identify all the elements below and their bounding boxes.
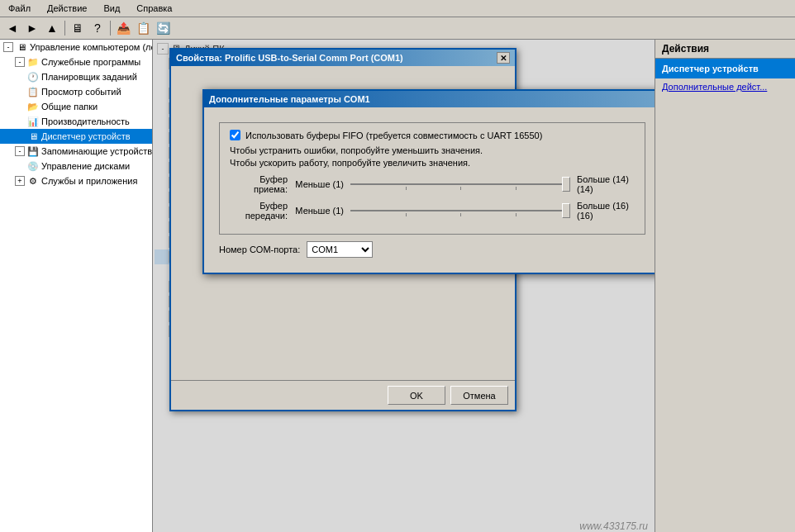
fifo-groupbox: Использовать буферы FIFO (требуется совм… bbox=[219, 122, 645, 235]
sidebar-item-utilities[interactable]: - 📁 Служебные программы bbox=[0, 55, 152, 69]
sidebar-root-label: Управление компьютером (лока bbox=[30, 42, 152, 52]
sidebar-performance-icon: 📊 bbox=[26, 115, 40, 128]
receive-slider-track[interactable] bbox=[350, 176, 570, 192]
hint2-text: Чтобы ускорить работу, попробуйте увелич… bbox=[230, 158, 635, 168]
main-layout: - 🖥 Управление компьютером (лока - 📁 Слу… bbox=[0, 40, 795, 532]
hint1-text: Чтобы устранить ошибки, попробуйте умень… bbox=[230, 145, 635, 155]
toolbar-properties[interactable]: 📋 bbox=[134, 19, 152, 37]
sidebar-folders-label: Общие папки bbox=[41, 102, 98, 112]
receive-right-label: Больше (14)(14) bbox=[577, 174, 635, 194]
menu-action[interactable]: Действие bbox=[42, 2, 92, 15]
com-port-label: Номер COM-порта: bbox=[219, 245, 300, 254]
sidebar-item-performance[interactable]: 📊 Производительность bbox=[0, 114, 152, 129]
receive-slider-thumb[interactable] bbox=[562, 177, 570, 192]
transmit-right-label: Больше (16)(16) bbox=[577, 201, 635, 221]
sidebar-services-expand[interactable]: + bbox=[15, 176, 25, 186]
sidebar-utilities-icon: 📁 bbox=[26, 55, 40, 69]
transmit-slider-thumb[interactable] bbox=[562, 203, 570, 218]
toolbar-back[interactable]: ◄ bbox=[3, 19, 21, 37]
toolbar-sep1 bbox=[64, 21, 65, 36]
sidebar-storage-label: Запоминающие устройства bbox=[41, 146, 152, 156]
sidebar-item-devmgr[interactable]: 🖥 Диспетчер устройств bbox=[0, 129, 152, 144]
sidebar-services-label: Службы и приложения bbox=[41, 176, 137, 186]
sidebar-scheduler-icon: 🕐 bbox=[26, 70, 40, 83]
sidebar-root-expand[interactable]: - bbox=[3, 42, 13, 52]
receive-tick-1 bbox=[406, 187, 407, 190]
sidebar-performance-label: Производительность bbox=[41, 116, 130, 126]
dialog-properties-title: Свойства: Prolific USB-to-Serial Comm Po… bbox=[176, 53, 403, 63]
transmit-tick-1 bbox=[406, 213, 407, 216]
fifo-checkbox[interactable] bbox=[230, 130, 240, 140]
transmit-slider-row: Буфер передачи: Меньше (1) Больше (16)(1… bbox=[230, 201, 635, 221]
sidebar-item-scheduler[interactable]: 🕐 Планировщик заданий bbox=[0, 69, 152, 84]
dialog-advanced-titlebar: Дополнительные параметры COM1 ✕ bbox=[204, 91, 655, 107]
com-port-select[interactable]: COM1 bbox=[307, 241, 373, 258]
sidebar-utilities-label: Служебные программы bbox=[41, 57, 140, 67]
actions-header: Действия bbox=[655, 40, 795, 59]
sidebar-services-icon: ⚙ bbox=[26, 174, 40, 188]
transmit-tick-3 bbox=[516, 213, 517, 216]
menu-file[interactable]: Файл bbox=[3, 2, 36, 15]
dialog-properties-titlebar: Свойства: Prolific USB-to-Serial Comm Po… bbox=[171, 50, 515, 66]
receive-slider-line bbox=[350, 183, 570, 185]
dialog-advanced: Дополнительные параметры COM1 ✕ OK Отмен… bbox=[202, 89, 655, 274]
dialog-properties-close[interactable]: ✕ bbox=[497, 52, 510, 64]
receive-label: Буфер приема: bbox=[230, 174, 288, 194]
sidebar-item-storage[interactable]: - 💾 Запоминающие устройства bbox=[0, 144, 152, 159]
sidebar-devmgr-icon: 🖥 bbox=[26, 130, 40, 143]
sidebar-eventviewer-label: Просмотр событий bbox=[41, 87, 121, 97]
transmit-slider-line bbox=[350, 210, 570, 211]
toolbar-export[interactable]: 📤 bbox=[114, 19, 132, 37]
sidebar-storage-icon: 💾 bbox=[26, 145, 40, 158]
receive-left-label: Меньше (1) bbox=[294, 179, 344, 189]
sidebar-scheduler-label: Планировщик заданий bbox=[41, 72, 137, 82]
menubar: Файл Действие Вид Справка bbox=[0, 0, 795, 17]
sidebar-diskmgmt-label: Управление дисками bbox=[41, 161, 130, 171]
sidebar-item-diskmgmt[interactable]: 💿 Управление дисками bbox=[0, 159, 152, 173]
toolbar-up[interactable]: ▲ bbox=[43, 19, 61, 37]
com-port-row: Номер COM-порта: COM1 bbox=[219, 241, 655, 258]
transmit-label: Буфер передачи: bbox=[230, 201, 288, 221]
toolbar-sep2 bbox=[110, 21, 111, 36]
dialog-properties-cancel[interactable]: Отмена bbox=[450, 386, 508, 405]
dialog-properties-footer: OK Отмена bbox=[171, 380, 515, 410]
sidebar-utilities-expand[interactable]: - bbox=[15, 57, 25, 67]
sidebar-item-folders[interactable]: 📂 Общие папки bbox=[0, 99, 152, 114]
action-more[interactable]: Дополнительные дейст... bbox=[655, 78, 795, 95]
fifo-checkbox-label: Использовать буферы FIFO (требуется совм… bbox=[245, 131, 542, 140]
dialog-advanced-body: OK Отмена Умолчания Использовать буферы … bbox=[204, 107, 655, 273]
action-devmgr[interactable]: Диспетчер устройств bbox=[655, 59, 795, 78]
dialog-properties-ok[interactable]: OK bbox=[388, 386, 445, 405]
receive-slider-row: Буфер приема: Меньше (1) Больше (14)(14) bbox=[230, 174, 635, 194]
sidebar-devmgr-label: Диспетчер устройств bbox=[41, 131, 131, 141]
sidebar-folders-icon: 📂 bbox=[26, 100, 40, 113]
sidebar-item-eventviewer[interactable]: 📋 Просмотр событий bbox=[0, 84, 152, 99]
menu-help[interactable]: Справка bbox=[131, 2, 177, 15]
receive-tick-3 bbox=[516, 187, 517, 190]
toolbar-computer[interactable]: 🖥 bbox=[69, 19, 87, 37]
sidebar-item-services[interactable]: + ⚙ Службы и приложения bbox=[0, 173, 152, 188]
sidebar-diskmgmt-icon: 💿 bbox=[26, 159, 40, 173]
transmit-tick-2 bbox=[460, 213, 461, 216]
receive-tick-2 bbox=[460, 187, 461, 190]
toolbar-update[interactable]: 🔄 bbox=[154, 19, 172, 37]
sidebar-eventviewer-icon: 📋 bbox=[26, 85, 40, 98]
transmit-slider-track[interactable] bbox=[350, 202, 570, 219]
toolbar-help[interactable]: ? bbox=[88, 19, 107, 37]
toolbar-forward[interactable]: ► bbox=[23, 19, 41, 37]
sidebar: - 🖥 Управление компьютером (лока - 📁 Слу… bbox=[0, 40, 153, 532]
fifo-checkbox-row: Использовать буферы FIFO (требуется совм… bbox=[230, 130, 635, 140]
right-panel: Действия Диспетчер устройств Дополнитель… bbox=[655, 40, 795, 532]
sidebar-root[interactable]: - 🖥 Управление компьютером (лока bbox=[0, 40, 152, 55]
toolbar: ◄ ► ▲ 🖥 ? 📤 📋 🔄 bbox=[0, 17, 795, 40]
transmit-left-label: Меньше (1) bbox=[294, 206, 344, 216]
sidebar-root-icon: 🖥 bbox=[15, 40, 28, 54]
dialog-advanced-title: Дополнительные параметры COM1 bbox=[209, 94, 370, 104]
center-content: - 🖥 Дикий-ПК + 💿 DVD и CD-ROM дисководы … bbox=[153, 40, 655, 532]
menu-view[interactable]: Вид bbox=[98, 2, 125, 15]
sidebar-storage-expand[interactable]: - bbox=[15, 146, 25, 156]
